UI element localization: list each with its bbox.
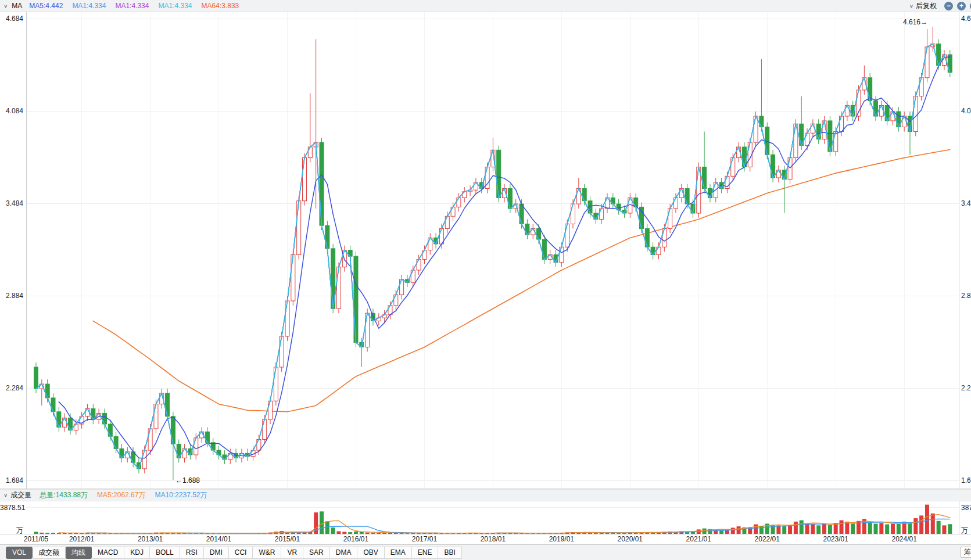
zoom-in-button[interactable]: + [957,2,966,10]
candle-body [194,438,198,455]
candle-body [754,116,758,142]
indicator-tab-dmi[interactable]: DMI [204,547,229,559]
candle-body [673,198,678,209]
candle-body [205,432,209,443]
indicator-tab-成交额[interactable]: 成交额 [33,547,66,559]
indicator-tab-sar[interactable]: SAR [303,547,330,559]
candle-body [919,78,923,96]
volume-bar [948,524,952,534]
candle-body [263,419,267,439]
volume-bar [342,532,346,534]
price-axis-label-left: 3.484 [0,199,23,207]
candle-body [879,105,883,116]
candle-body [645,228,649,247]
volume-bar [731,527,735,534]
indicator-tab-vr[interactable]: VR [281,547,303,559]
indicator-tab-wr[interactable]: W&R [253,547,281,559]
volume-bar [51,533,55,534]
volume-bar [737,526,741,534]
ma-legend-item: MA64:3.833 [202,2,239,10]
candle-body [297,201,301,255]
candle-body [45,384,49,398]
price-axis-label-left: 2.284 [0,384,23,392]
indicator-tab-ene[interactable]: ENE [412,547,439,559]
candle-body [291,255,295,301]
volume-bar [937,521,941,534]
ma-legend-item: MA1:4.334 [72,2,106,10]
high-price-annotation: 4.616→ [897,18,927,26]
candle-body [51,398,55,412]
volume-bar [840,520,844,534]
volume-bar [325,521,329,534]
time-axis-label: 2017/01 [412,535,437,543]
candle-body [451,207,455,216]
candle-body [445,216,449,228]
candle-body [731,158,735,177]
candle-body [463,192,467,198]
candle-body [166,393,170,417]
ma-legend-item: MA5:4.442 [29,2,63,10]
candle-body [703,167,707,188]
candle-body [816,124,820,139]
time-axis-label: 2012/01 [69,535,94,543]
price-axis-label-right: 1.684 [961,476,971,484]
volume-bar [320,511,324,534]
candle-body [148,429,152,450]
candle-body [508,189,512,209]
indicator-tab-dma[interactable]: DMA [330,547,358,559]
candle-body [108,424,112,436]
indicator-tab-rsi[interactable]: RSI [180,547,204,559]
candle-body [285,301,289,336]
price-axis-label-right: 4.684 [961,15,971,23]
indicator-tab-cci[interactable]: CCI [229,547,253,559]
indicator-tab-boll[interactable]: BOLL [150,547,180,559]
candle-body [268,401,273,419]
indicator-tab-kdj[interactable]: KDJ [124,547,150,559]
volume-bar [788,525,792,534]
indicator-tab-vol[interactable]: VOL [6,547,33,559]
indicator-tab-obv[interactable]: OBV [357,547,384,559]
chip-distribution-label: 筹 [964,547,971,557]
time-axis-label: 2014/01 [206,535,231,543]
volume-bar [331,527,335,534]
zoom-out-button[interactable]: − [944,2,953,10]
price-axis-label-right: 4.084 [961,107,971,115]
volume-bar [868,522,872,534]
volume-bar [851,523,855,534]
candle-body [788,158,792,180]
indicator-tab-macd[interactable]: MACD [92,547,124,559]
volume-bar [40,533,44,534]
volume-bar [822,523,826,534]
adjust-mode-select[interactable]: ∨ 后复权 [909,1,937,11]
volume-bar [908,523,912,534]
volume-bar [377,533,381,534]
candle-body [366,313,370,347]
indicator-tab-ema[interactable]: EMA [385,547,412,559]
volume-axis-max-right: 3878.51 [961,504,971,512]
candle-body [411,270,415,282]
volume-bar [942,525,946,534]
ma-panel-title: MA [12,2,22,10]
candle-body [759,116,764,127]
price-axis-label-left: 4.084 [0,107,23,115]
indicator-tab-均线[interactable]: 均线 [66,547,92,559]
candle-body [662,228,667,247]
volume-bar [57,533,61,534]
collapse-ma-icon[interactable]: ∨ [3,3,8,9]
volume-bar [874,523,878,534]
volume-bar [816,525,820,534]
time-axis-label: 2013/01 [138,535,163,543]
indicator-tab-bbi[interactable]: BBI [438,547,461,559]
price-axis-label-right: 2.284 [961,384,971,392]
volume-axis-unit-right: 万 [961,526,968,536]
chip-distribution-button[interactable]: 筹 [960,547,971,558]
time-axis-label: 2024/01 [891,535,916,543]
time-axis-label: 2019/01 [549,535,574,543]
volume-bar [354,532,358,534]
ma-legend: MA5:4.442MA1:4.334MA1:4.334MA1:4.334MA64… [29,2,239,10]
collapse-volume-icon[interactable]: ∨ [3,493,8,498]
candle-body [685,189,689,204]
candle-body [303,158,307,201]
volume-bar [382,533,386,534]
volume-bar [805,523,809,534]
